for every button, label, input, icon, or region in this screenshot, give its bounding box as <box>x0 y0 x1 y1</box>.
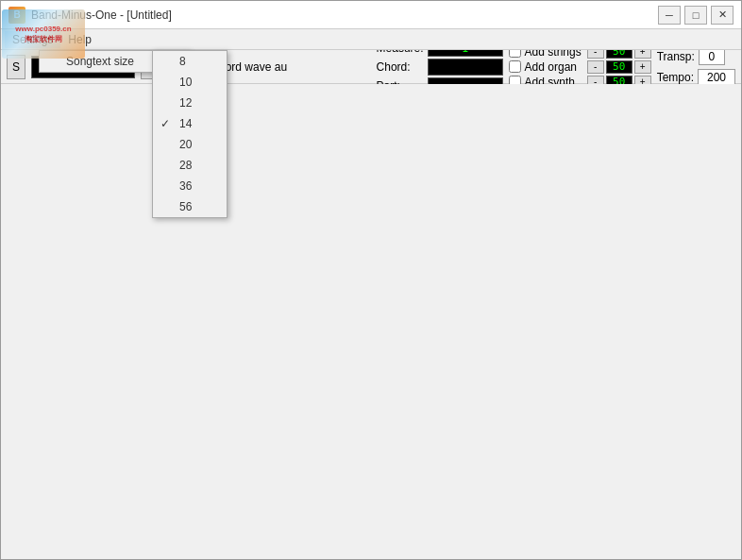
title-bar-left: B Band-Minus-One - [Untitled] <box>8 7 172 24</box>
add-organ-checkbox[interactable] <box>509 60 521 73</box>
window-title: Band-Minus-One - [Untitled] <box>31 8 172 22</box>
menu-bar: Settings Help Songtext size 8 10 12 14 2… <box>1 29 741 50</box>
songtext-size-submenu: 8 10 12 14 20 28 36 56 <box>152 50 228 218</box>
menu-help[interactable]: Help <box>60 31 99 48</box>
size-option-20[interactable]: 20 <box>153 134 227 155</box>
organ-plus-button[interactable]: + <box>634 60 651 74</box>
size-option-36[interactable]: 36 <box>153 176 227 196</box>
tempo-input[interactable] <box>698 69 735 86</box>
chord-display <box>428 59 503 76</box>
size-option-56[interactable]: 56 <box>153 196 227 217</box>
spin-controls: - 50 + - 50 + - 50 + <box>587 45 651 89</box>
minimize-button[interactable]: ─ <box>658 6 681 25</box>
size-option-14[interactable]: 14 <box>153 113 227 134</box>
maximize-button[interactable]: □ <box>684 6 707 25</box>
add-organ-label: Add organ <box>525 60 577 74</box>
organ-value: 50 <box>606 60 632 74</box>
organ-spin-row: - 50 + <box>587 60 651 74</box>
title-bar-controls: ─ □ ✕ <box>658 6 734 25</box>
size-option-12[interactable]: 12 <box>153 93 227 113</box>
close-button[interactable]: ✕ <box>711 6 734 25</box>
transp-tempo: Transp: Tempo: <box>657 48 735 86</box>
app-icon: B <box>8 7 25 24</box>
transpo-input[interactable] <box>699 48 725 65</box>
size-option-10[interactable]: 10 <box>153 72 227 93</box>
transpo-label: Transp: <box>657 50 695 63</box>
chord-row: Chord: <box>377 59 503 76</box>
chord-label: Chord: <box>377 60 424 74</box>
title-bar: B Band-Minus-One - [Untitled] ─ □ ✕ <box>1 1 741 29</box>
song-button[interactable]: S <box>7 55 25 79</box>
size-option-8[interactable]: 8 <box>153 51 227 72</box>
tempo-label: Tempo: <box>657 71 694 84</box>
transp-row: Transp: <box>657 48 735 65</box>
main-content <box>1 84 741 559</box>
organ-minus-button[interactable]: - <box>587 60 604 74</box>
add-organ-row: Add organ <box>509 60 582 74</box>
main-window: B Band-Minus-One - [Untitled] ─ □ ✕ Sett… <box>0 0 742 560</box>
size-option-28[interactable]: 28 <box>153 155 227 176</box>
menu-settings[interactable]: Settings <box>5 31 60 48</box>
add-controls: Add strings Add organ Add synth <box>509 45 582 89</box>
tempo-row: Tempo: <box>657 69 735 86</box>
